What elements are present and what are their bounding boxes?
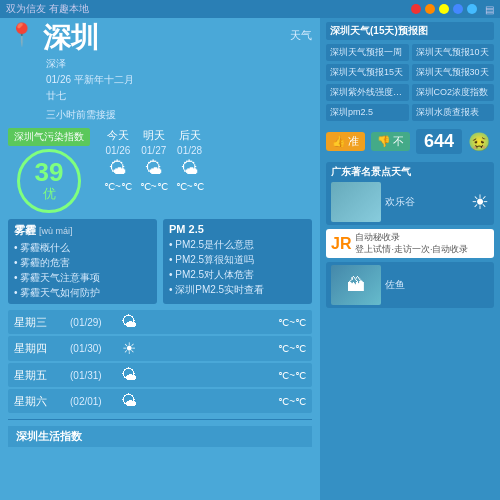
top-bar-extra: ▤ <box>485 4 494 15</box>
gd-box: 广东著名景点天气 欢乐谷 ☀ <box>326 162 494 225</box>
ext-date-1: (01/30) <box>70 343 110 354</box>
dislike-button[interactable]: 👎 不 <box>371 132 410 151</box>
mountain-icon: 🏔 <box>347 275 365 296</box>
fog-item-1[interactable]: • 雾霾概什么 <box>14 240 151 255</box>
today-icon: 🌤 <box>109 158 127 179</box>
icon-blue <box>453 4 463 14</box>
quick-link-0[interactable]: 深圳天气预报一周 <box>326 44 409 61</box>
ext-icon-1: ☀ <box>118 339 140 358</box>
icon-yellow <box>439 4 449 14</box>
tomorrow-temp: ℃~℃ <box>140 181 168 192</box>
auto-logo: JR <box>331 235 351 253</box>
ext-day-2: 星期五 <box>14 368 62 383</box>
top-icons: ▤ <box>411 4 494 15</box>
auto-collect-banner[interactable]: JR 自动秘收录登上试情·走访一次·自动收录 <box>326 229 494 258</box>
three-day-forecast: 今天 01/26 🌤 ℃~℃ 明天 01/27 🌤 ℃~℃ 后天 01/28 🌤… <box>104 128 204 192</box>
pm-box: PM 2.5 • PM2.5是什么意思 • PM2.5算很知道吗 • PM2.5… <box>163 219 312 304</box>
tomorrow-date: 01/27 <box>141 145 166 156</box>
icon-orange <box>425 4 435 14</box>
city-name: 深圳 <box>43 24 99 52</box>
quick-links: 深圳天气预报一周深圳天气预报10天深圳天气预报15天深圳天气预报30天深圳紫外线… <box>326 44 494 121</box>
gd-title: 广东著名景点天气 <box>331 165 489 179</box>
quick-link-1[interactable]: 深圳天气预报10天 <box>412 44 495 61</box>
thumbs-up-icon: 👍 <box>332 135 346 148</box>
today-date: 01/26 <box>105 145 130 156</box>
pm-item-4[interactable]: • 深圳PM2.5实时查看 <box>169 282 306 297</box>
right-more-content: 🏔 佐鱼 <box>331 265 489 305</box>
forecast-today: 今天 01/26 🌤 ℃~℃ <box>104 128 132 192</box>
quick-link-6[interactable]: 深圳pm2.5 <box>326 104 409 121</box>
ext-date-3: (02/01) <box>70 396 110 407</box>
ext-date-2: (01/31) <box>70 370 110 381</box>
fog-item-4[interactable]: • 雾霾天气如何防护 <box>14 285 151 300</box>
pm-item-3[interactable]: • PM2.5对人体危害 <box>169 267 306 282</box>
quick-link-3[interactable]: 深圳天气预报30天 <box>412 64 495 81</box>
date-line1: 深泽 <box>46 56 312 72</box>
ext-temp-0: ℃~℃ <box>278 317 306 328</box>
ext-day-3: 星期六 <box>14 394 62 409</box>
extended-row-0: 星期三 (01/29) 🌤 ℃~℃ <box>8 310 312 334</box>
date-line2: 01/26 平新年十二月 <box>46 72 312 88</box>
left-column: 📍 深圳 天气 深泽 01/26 平新年十二月 廿七 三小时前需接援 深圳气污染… <box>0 18 320 500</box>
ext-day-0: 星期三 <box>14 315 62 330</box>
today-label: 今天 <box>107 128 129 143</box>
thumbs-down-icon: 👎 <box>377 135 391 148</box>
right-column: 深圳天气(15天)预报图 深圳天气预报一周深圳天气预报10天深圳天气预报15天深… <box>320 18 500 500</box>
tomorrow-icon: 🌤 <box>145 158 163 179</box>
more-text: 佐鱼 <box>385 278 405 292</box>
aqi-bar: 深圳气污染指数 <box>8 128 90 146</box>
extended-row-2: 星期五 (01/31) 🌤 ℃~℃ <box>8 363 312 387</box>
icon-red <box>411 4 421 14</box>
quick-link-5[interactable]: 深圳CO2浓度指数 <box>412 84 495 101</box>
right-header: 深圳天气(15天)预报图 <box>326 22 494 40</box>
auto-text: 自动秘收录登上试情·走访一次·自动收录 <box>355 232 468 255</box>
aqi-badge: 39 优 <box>17 149 81 213</box>
aftertomorrow-label: 后天 <box>179 128 201 143</box>
dislike-label: 不 <box>393 134 404 149</box>
icon-teal <box>467 4 477 14</box>
source-label: 三小时前需接援 <box>46 108 312 122</box>
fog-title: 雾霾 [wù mái] <box>14 223 151 238</box>
aftertomorrow-temp: ℃~℃ <box>176 181 204 192</box>
ext-icon-3: 🌤 <box>118 392 140 410</box>
fog-item-3[interactable]: • 雾霾天气注意事项 <box>14 270 151 285</box>
date-row: 深泽 01/26 平新年十二月 廿七 <box>46 56 312 104</box>
city-pin-icon: 📍 <box>8 24 35 46</box>
quick-link-2[interactable]: 深圳天气预报15天 <box>326 64 409 81</box>
aqi-quality: 优 <box>43 185 56 203</box>
fog-item-2[interactable]: • 雾霾的危害 <box>14 255 151 270</box>
weather-label: 天气 <box>290 24 312 43</box>
ext-temp-1: ℃~℃ <box>278 343 306 354</box>
ext-day-1: 星期四 <box>14 341 62 356</box>
quick-link-4[interactable]: 深圳紫外线强度指数 <box>326 84 409 101</box>
gd-sun-icon: ☀ <box>471 190 489 214</box>
life-index-title: 深圳生活指数 <box>16 429 82 444</box>
info-boxes: 雾霾 [wù mái] • 雾霾概什么 • 雾霾的危害 • 雾霾天气注意事项 •… <box>8 219 312 304</box>
gd-image <box>331 182 381 222</box>
vote-count: 644 <box>416 129 462 154</box>
forecast-tomorrow: 明天 01/27 🌤 ℃~℃ <box>140 128 168 192</box>
aftertomorrow-icon: 🌤 <box>181 158 199 179</box>
like-button[interactable]: 👍 准 <box>326 132 365 151</box>
date-line3: 廿七 <box>46 88 312 104</box>
forecast-aftertomorrow: 后天 01/28 🌤 ℃~℃ <box>176 128 204 192</box>
ext-temp-2: ℃~℃ <box>278 370 306 381</box>
like-label: 准 <box>348 134 359 149</box>
quick-link-7[interactable]: 深圳水质查报表 <box>412 104 495 121</box>
gd-content: 欢乐谷 ☀ <box>331 182 489 222</box>
separator <box>8 419 312 420</box>
pm-item-1[interactable]: • PM2.5是什么意思 <box>169 237 306 252</box>
today-temp: ℃~℃ <box>104 181 132 192</box>
extended-row-3: 星期六 (02/01) 🌤 ℃~℃ <box>8 389 312 413</box>
aqi-forecast-row: 深圳气污染指数 39 优 今天 01/26 🌤 ℃~℃ 明天 01/27 🌤 <box>8 128 312 213</box>
extended-forecast: 星期三 (01/29) 🌤 ℃~℃ 星期四 (01/30) ☀ ℃~℃ 星期五 … <box>8 310 312 413</box>
vote-row: 👍 准 👎 不 644 🤢 <box>326 125 494 158</box>
aftertomorrow-date: 01/28 <box>177 145 202 156</box>
top-bar: 双为信友 有趣本地 ▤ <box>0 0 500 18</box>
gd-city: 欢乐谷 <box>385 195 415 209</box>
fog-box: 雾霾 [wù mái] • 雾霾概什么 • 雾霾的危害 • 雾霾天气注意事项 •… <box>8 219 157 304</box>
ext-icon-0: 🌤 <box>118 313 140 331</box>
main-layout: 📍 深圳 天气 深泽 01/26 平新年十二月 廿七 三小时前需接援 深圳气污染… <box>0 18 500 500</box>
ext-temp-3: ℃~℃ <box>278 396 306 407</box>
pm-item-2[interactable]: • PM2.5算很知道吗 <box>169 252 306 267</box>
